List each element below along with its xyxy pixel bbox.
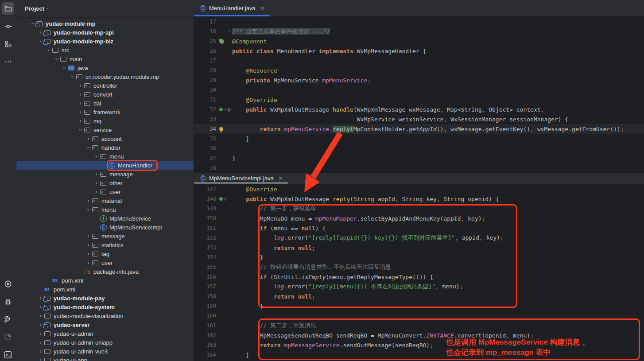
tree-item-service[interactable]: ›service	[16, 125, 194, 134]
build-icon[interactable]	[2, 313, 14, 326]
debug-icon[interactable]	[2, 295, 14, 308]
profiler-icon[interactable]	[2, 331, 14, 343]
tree-item-statistics[interactable]: ›statistics	[16, 241, 194, 249]
tree-item-java[interactable]: ›java	[16, 63, 194, 72]
tree-item-package-info-java[interactable]: package-info.java	[16, 267, 194, 276]
project-icon[interactable]	[2, 2, 14, 15]
code-line-33[interactable]: 33 WxMpService weixinService, WxSessionM…	[194, 114, 644, 124]
tree-item-message[interactable]: ›message	[16, 232, 194, 241]
chevron-collapsed-icon[interactable]: ›	[77, 91, 84, 97]
chevron-collapsed-icon[interactable]: ›	[85, 136, 92, 142]
code-line-155[interactable]: 155 // 按钮必须要有消息类型，不然后续无法回复消息	[194, 262, 644, 272]
tree-item-yudao-ui-admin[interactable]: ›yudao-ui-admin	[16, 329, 194, 338]
tree-item-message[interactable]: ›message	[16, 170, 194, 179]
code-line-150[interactable]: 150 MpMenuDO menu = mpMenuMapper.selectB…	[194, 213, 644, 223]
tree-item-mq[interactable]: ›mq	[16, 116, 194, 125]
code-line-27[interactable]: 27	[194, 56, 644, 66]
chevron-expanded-icon[interactable]: ›	[93, 153, 100, 159]
more-icon[interactable]	[2, 55, 14, 68]
tree-item-handler[interactable]: ›handler	[16, 143, 194, 152]
chevron-collapsed-icon[interactable]: ›	[93, 171, 100, 177]
tree-item-mpmenuserviceimpl[interactable]: MpMenuServiceImpl	[16, 223, 194, 232]
code-line-162[interactable]: 162 MpMessageSendOutReqBO sendReqBO = Mp…	[194, 330, 644, 340]
chevron-collapsed-icon[interactable]: ›	[37, 357, 44, 361]
code-line-161[interactable]: 161 // 第二步，回复消息	[194, 321, 644, 330]
tree-item-controller[interactable]: ›controller	[16, 81, 194, 90]
chevron-collapsed-icon[interactable]: ›	[77, 118, 84, 124]
code-line-158[interactable]: 158 return null;	[194, 291, 644, 301]
tree-item-menuhandler[interactable]: MenuHandler	[16, 161, 194, 170]
code-line-34[interactable]: 34 return mpMenuService.reply(MpContextH…	[194, 124, 644, 134]
chevron-expanded-icon[interactable]: ›	[61, 65, 68, 71]
tree-item-yudao-module-visualization[interactable]: ›yudao-module-visualization	[16, 311, 194, 320]
tree-item-menu[interactable]: ›menu	[16, 205, 194, 214]
structure-icon[interactable]	[2, 38, 14, 50]
code-line-25[interactable]: 25@Component	[194, 36, 644, 46]
code-line-31[interactable]: 31 @Override	[194, 95, 644, 105]
code-line-156[interactable]: 156 if (StrUtil.isEmpty(menu.getReplyMes…	[194, 272, 644, 282]
chevron-expanded-icon[interactable]: ›	[69, 74, 76, 80]
code-line-152[interactable]: 152 log.error("[reply][appId({}) key({})…	[194, 233, 644, 243]
code-line-17[interactable]: 17	[194, 17, 644, 27]
run-icon[interactable]	[2, 278, 14, 290]
tree-item-user[interactable]: ›user	[16, 187, 194, 196]
chevron-collapsed-icon[interactable]: ›	[37, 330, 44, 337]
overrides-icon[interactable]: ↑	[224, 107, 227, 113]
code-line-29[interactable]: 29 private MpMenuService mpMenuService;	[194, 75, 644, 85]
chevron-collapsed-icon[interactable]: ›	[93, 189, 100, 195]
chevron-collapsed-icon[interactable]: ›	[77, 100, 84, 106]
chevron-collapsed-icon[interactable]: ›	[77, 82, 84, 89]
tree-item-framework[interactable]: ›framework	[16, 108, 194, 116]
tree-item-cn-iocoder-yudao-module-mp[interactable]: ›cn.iocoder.yudao.module.mp	[16, 72, 194, 81]
chevron-collapsed-icon[interactable]: ›	[77, 109, 84, 115]
tree-item-yudao-ui-admin-vue3[interactable]: ›yudao-ui-admin-vue3	[16, 347, 194, 356]
code-line-32[interactable]: 32↑@ public WxMpXmlOutMessage handle(WxM…	[194, 105, 644, 114]
code-line-38[interactable]: 38	[194, 163, 644, 173]
code-line-18[interactable]: 18›/** 自定义菜单的事件处理器 ...*/	[194, 27, 644, 36]
terminal-icon[interactable]	[2, 349, 14, 361]
code-line-147[interactable]: 147 @Override	[194, 184, 644, 194]
chevron-expanded-icon[interactable]: ›	[85, 206, 92, 213]
close-icon[interactable]: ✕	[260, 5, 265, 12]
chevron-collapsed-icon[interactable]: ›	[85, 198, 92, 204]
code-line-154[interactable]: 154 }	[194, 252, 644, 262]
tree-item-yudao-ui-app[interactable]: ›yudao-ui-app	[16, 356, 194, 361]
intention-bulb-icon[interactable]	[219, 127, 223, 131]
bean-icon[interactable]	[219, 108, 223, 111]
code-line-37[interactable]: 37}	[194, 153, 644, 163]
code-line-160[interactable]: 160	[194, 311, 644, 321]
chevron-collapsed-icon[interactable]: ›	[85, 251, 92, 257]
tree-item-material[interactable]: ›material	[16, 196, 194, 205]
tree-item-src[interactable]: ›src	[16, 46, 194, 54]
tree-item-dal[interactable]: ›dal	[16, 99, 194, 108]
tree-item-mpmenuservice[interactable]: MpMenuService	[16, 214, 194, 223]
chevron-collapsed-icon[interactable]: ›	[85, 242, 92, 248]
tab-menuhandler-java[interactable]: MenuHandler.java ✕	[194, 0, 270, 16]
code-line-30[interactable]: 30	[194, 85, 644, 95]
chevron-collapsed-icon[interactable]: ›	[37, 339, 44, 345]
fold-arrow-icon[interactable]: ›	[228, 28, 232, 35]
chevron-collapsed-icon[interactable]: ›	[93, 180, 100, 186]
tree-item-yudao-module-pay[interactable]: ›yudao-module-pay	[16, 294, 194, 303]
chevron-expanded-icon[interactable]: ›	[53, 56, 60, 62]
tree-item-yudao-ui-admin-uniapp[interactable]: ›yudao-ui-admin-uniapp	[16, 338, 194, 347]
tree-item-yudao-module-mp[interactable]: ›yudao-module-mp	[16, 19, 194, 28]
chevron-expanded-icon[interactable]: ›	[77, 127, 84, 133]
tree-item-yudao-server[interactable]: ›yudao-server	[16, 320, 194, 329]
commit-icon[interactable]	[2, 20, 14, 32]
code-line-151[interactable]: 151 if (menu == null) {	[194, 223, 644, 233]
code-line-36[interactable]: 36	[194, 144, 644, 153]
tab-mpmenuserviceimpl-java[interactable]: MpMenuServiceImpl.java ✕	[194, 173, 288, 184]
chevron-collapsed-icon[interactable]: ›	[85, 260, 92, 266]
tree-item-user[interactable]: ›user	[16, 258, 194, 267]
chevron-collapsed-icon[interactable]: ›	[37, 313, 44, 319]
code-line-35[interactable]: 35 }	[194, 134, 644, 144]
code-line-28[interactable]: 28 @Resource	[194, 66, 644, 75]
tree-item-yudao-module-system[interactable]: ›yudao-module-system	[16, 303, 194, 311]
chevron-collapsed-icon[interactable]: ›	[37, 348, 44, 354]
tree-item-menu[interactable]: ›menu	[16, 152, 194, 161]
code-line-164[interactable]: 164 }	[194, 350, 644, 360]
tree-item-yudao-module-mp-api[interactable]: ›yudao-module-mp-api	[16, 28, 194, 37]
chevron-expanded-icon[interactable]: ›	[45, 47, 52, 53]
code-line-153[interactable]: 153 return null;	[194, 243, 644, 252]
